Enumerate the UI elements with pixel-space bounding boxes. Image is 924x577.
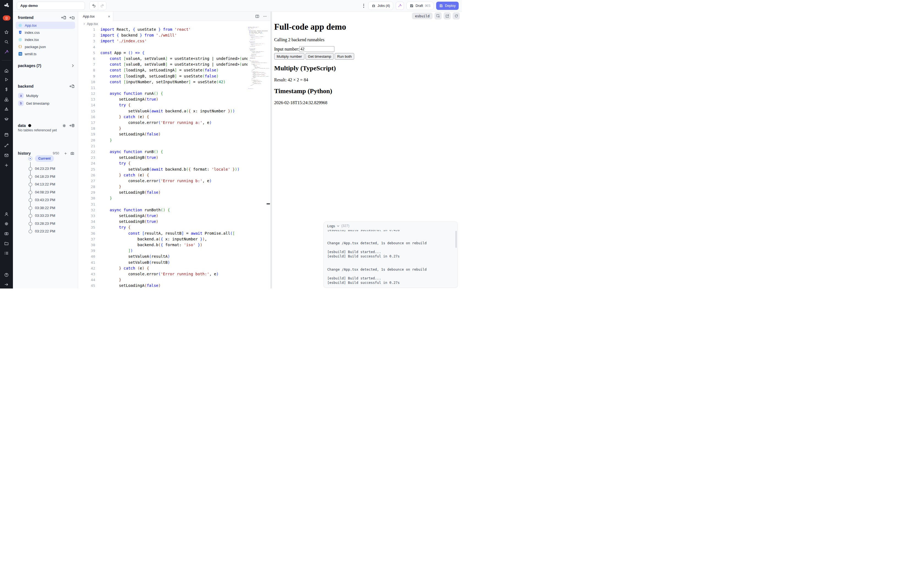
logs-scrollbar[interactable] [456, 231, 457, 248]
code-line[interactable]: 23 setLoadingB(true) [78, 155, 247, 160]
history-entry[interactable]: 03:43:23 PM [35, 198, 55, 202]
code-line[interactable]: 37 backend.a({ x: inputNumber }), [78, 236, 247, 242]
code-line[interactable]: 5const App = () => { [78, 50, 247, 56]
close-tab-icon[interactable]: × [108, 14, 110, 18]
code-line[interactable]: 18 } [78, 126, 247, 131]
code-line[interactable]: 40 setValueA(resultA) [78, 254, 247, 259]
history-point-icon[interactable] [29, 206, 32, 210]
code-line[interactable]: 10 const [inputNumber, setInputNumber] =… [78, 79, 247, 85]
workers-icon[interactable] [0, 231, 13, 236]
code-line[interactable]: 8 const [loadingA, setLoadingA] = useSta… [78, 67, 247, 73]
folders-icon[interactable] [0, 241, 13, 246]
code-line[interactable]: 27 console.error('Error running b:', e) [78, 178, 247, 184]
add-database-icon[interactable] [69, 123, 74, 128]
code-line[interactable]: 28 } [78, 184, 247, 190]
add-plus-icon[interactable] [0, 163, 13, 168]
data-settings-gear-icon[interactable] [62, 124, 66, 128]
user-icon[interactable] [0, 211, 13, 216]
favorites-star-icon[interactable] [0, 30, 13, 35]
code-line[interactable]: 17 console.error('Error running a:', e) [78, 120, 247, 126]
editor-more-icon[interactable] [263, 14, 267, 18]
logs-body[interactable]: [esbuild] Build successful in 0.45s Chan… [327, 228, 454, 288]
home-icon[interactable] [0, 68, 13, 73]
code-line[interactable]: 21 [78, 143, 247, 149]
add-folder-icon[interactable] [69, 15, 74, 20]
code-area[interactable]: 1import React, { useState } from 'react'… [78, 27, 247, 288]
code-line[interactable]: 42 } catch (e) { [78, 266, 247, 271]
windmill-logo-icon[interactable] [0, 2, 13, 9]
history-entry[interactable]: 03:23:22 PM [35, 229, 55, 233]
code-line[interactable]: 1import React, { useState } from 'react' [78, 27, 247, 32]
jobs-button[interactable]: Jobs (4) [368, 2, 393, 10]
collapse-arrow-icon[interactable] [0, 282, 13, 287]
variables-dollar-icon[interactable] [0, 87, 13, 92]
open-external-button[interactable] [444, 12, 451, 19]
code-line[interactable]: 33 setLoadingA(true) [78, 213, 247, 219]
history-entry[interactable]: 04:13:22 PM [35, 182, 55, 186]
runnable-item-multiply[interactable]: aMultiply [16, 92, 75, 99]
refresh-button[interactable] [453, 12, 460, 19]
code-line[interactable]: 44 } [78, 277, 247, 283]
code-line[interactable]: 25 setValueB(await backend.b({ format: '… [78, 166, 247, 172]
get-timestamp-button[interactable]: Get timestamp [305, 53, 334, 60]
file-item-wmill-ts[interactable]: TSwmill.ts [16, 50, 75, 57]
audit-list-icon[interactable] [0, 251, 13, 256]
undo-button[interactable] [90, 2, 98, 10]
history-point-icon[interactable] [29, 214, 32, 218]
apps-active-icon[interactable] [0, 15, 13, 21]
file-item-app-tsx[interactable]: App.tsx [16, 22, 75, 29]
code-line[interactable]: 41 setValueB(resultB) [78, 259, 247, 266]
code-line[interactable]: 45 setLoadingA(false) [78, 283, 247, 288]
tab-app-tsx[interactable]: App.tsx × [78, 11, 113, 21]
multiply-number-button[interactable]: Multiply number [274, 53, 304, 60]
code-line[interactable]: 24 try { [78, 160, 247, 166]
add-runnable-icon[interactable] [69, 84, 74, 89]
minimap[interactable]: import React, { useState } from 'react'i… [248, 27, 269, 92]
history-point-icon[interactable] [29, 198, 32, 202]
code-line[interactable]: 20 } [78, 137, 247, 143]
history-point-icon[interactable] [29, 230, 32, 233]
code-line[interactable]: 39 ]) [78, 248, 247, 254]
code-line[interactable]: 43 console.error('Error running both:', … [78, 271, 247, 277]
app-title-input[interactable] [17, 2, 85, 10]
history-entry[interactable]: 03:28:23 PM [35, 221, 55, 226]
prism-icon[interactable] [0, 106, 13, 111]
history-entry[interactable]: 04:23:23 PM [35, 166, 55, 171]
history-entry[interactable]: 04:08:23 PM [35, 190, 55, 194]
input-number-field[interactable] [299, 46, 334, 52]
history-current-pill[interactable]: Current [35, 155, 54, 162]
file-item-index-tsx[interactable]: index.tsx [16, 36, 75, 43]
code-line[interactable]: 36 const [resultA, resultB] = await Prom… [78, 230, 247, 236]
logs-header[interactable]: Logs (327) [324, 222, 457, 230]
code-line[interactable]: 16 } catch (e) { [78, 114, 247, 120]
panel-resize-handle[interactable] [267, 203, 270, 205]
code-line[interactable]: 9 const [loadingB, setLoadingB] = useSta… [78, 73, 247, 79]
runnable-item-get-timestamp[interactable]: bGet timestamp [16, 100, 75, 107]
history-entry[interactable]: 03:38:22 PM [35, 206, 55, 210]
code-line[interactable]: 3import './index.css' [78, 38, 247, 44]
code-line[interactable]: 12 async function runA() { [78, 91, 247, 97]
resources-cubes-icon[interactable] [0, 97, 13, 102]
runs-play-icon[interactable] [0, 77, 13, 82]
code-line[interactable]: 19 setLoadingA(false) [78, 131, 247, 137]
split-editor-icon[interactable] [255, 14, 259, 18]
history-point-icon[interactable] [29, 222, 32, 226]
history-point-icon[interactable] [29, 191, 32, 194]
schedules-calendar-icon[interactable] [0, 132, 13, 137]
history-add-icon[interactable] [64, 152, 67, 155]
code-line[interactable]: 7 const [valueB, setValueB] = useState<s… [78, 61, 247, 67]
code-line[interactable]: 14 try { [78, 102, 247, 108]
code-line[interactable]: 4 [78, 44, 247, 50]
breadcrumb[interactable]: App.tsx [78, 21, 270, 27]
code-line[interactable]: 29 setLoadingB(false) [78, 190, 247, 195]
code-line[interactable]: 2import { backend } from './wmill' [78, 32, 247, 38]
snapshot-camera-icon[interactable] [70, 152, 74, 155]
more-menu-icon[interactable] [362, 3, 366, 9]
code-line[interactable]: 13 setLoadingA(true) [78, 97, 247, 102]
code-line[interactable]: 35 try { [78, 224, 247, 230]
code-line[interactable]: 15 setValueA(await backend.a({ x: inputN… [78, 108, 247, 114]
code-line[interactable]: 38 backend.b({ format: 'iso' }) [78, 242, 247, 248]
file-item-package-json[interactable]: {}package.json [16, 43, 75, 50]
history-entry[interactable]: 03:33:23 PM [35, 213, 55, 218]
file-item-index-css[interactable]: 3index.css [16, 29, 75, 36]
